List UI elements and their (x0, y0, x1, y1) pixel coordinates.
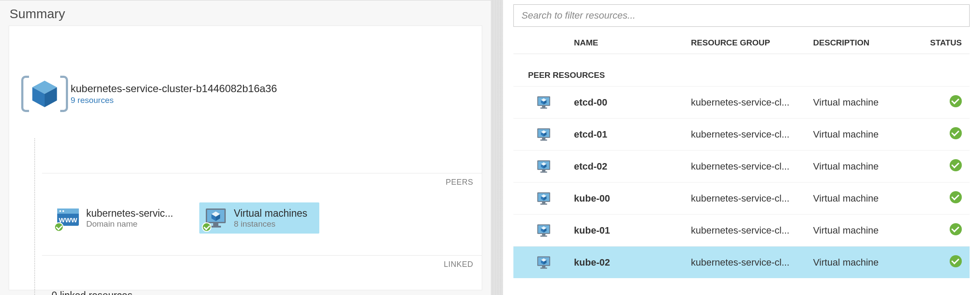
resource-list-panel: NAME RESOURCE GROUP DESCRIPTION STATUS P… (503, 0, 980, 295)
svg-rect-55 (542, 266, 545, 267)
svg-point-6 (62, 210, 64, 212)
summary-body: kubernetes-service-cluster-b1446082b16a3… (9, 26, 482, 290)
domain-name-icon: WWW (56, 206, 80, 230)
col-status[interactable]: STATUS (930, 38, 970, 48)
search-input[interactable] (513, 4, 970, 27)
svg-rect-28 (540, 139, 547, 141)
vm-card-subtitle: 8 instances (234, 219, 308, 229)
table-row[interactable]: kube-01kubernetes-service-cl...Virtual m… (513, 214, 970, 246)
svg-rect-13 (213, 223, 218, 226)
virtual-machine-icon (535, 255, 552, 270)
row-description: Virtual machine (813, 257, 930, 268)
row-name: kube-02 (574, 257, 691, 268)
summary-panel: Summary kubernetes-service-cluster-b1446… (0, 0, 491, 295)
status-ok-icon (950, 127, 962, 139)
svg-rect-41 (542, 202, 545, 203)
svg-rect-35 (540, 171, 547, 173)
col-name[interactable]: NAME (574, 38, 691, 48)
row-description: Virtual machine (813, 97, 930, 108)
row-name: kube-01 (574, 225, 691, 236)
row-description: Virtual machine (813, 129, 930, 140)
status-ok-icon (950, 191, 962, 203)
virtual-machine-icon (204, 206, 228, 230)
status-ok-icon (54, 222, 64, 232)
status-ok-icon (950, 159, 962, 171)
row-resource-group: kubernetes-service-cl... (691, 193, 813, 204)
svg-rect-34 (542, 170, 545, 171)
table-row[interactable]: kube-00kubernetes-service-cl...Virtual m… (513, 182, 970, 214)
svg-rect-21 (540, 107, 547, 109)
svg-rect-42 (540, 203, 547, 205)
row-description: Virtual machine (813, 161, 930, 172)
resource-count[interactable]: 9 resources (71, 96, 277, 105)
svg-rect-14 (211, 226, 221, 228)
cloud-service-icon (26, 76, 63, 112)
status-ok-icon (950, 223, 962, 235)
svg-point-5 (59, 210, 61, 212)
tree-connector (34, 138, 35, 295)
domain-card-title: kubernetes-servic... (86, 208, 173, 219)
row-name: kube-00 (574, 193, 691, 204)
panel-divider (491, 0, 503, 295)
resource-table: NAME RESOURCE GROUP DESCRIPTION STATUS P… (513, 35, 970, 278)
table-row[interactable]: etcd-01kubernetes-service-cl...Virtual m… (513, 118, 970, 150)
virtual-machine-icon (535, 191, 552, 206)
linked-section-label: LINKED (42, 255, 482, 273)
vm-card-title: Virtual machines (234, 208, 308, 219)
row-name: etcd-01 (574, 129, 691, 140)
table-row[interactable]: etcd-00kubernetes-service-cl...Virtual m… (513, 86, 970, 118)
summary-title: Summary (0, 0, 491, 26)
svg-rect-56 (540, 267, 547, 269)
peer-vm-card[interactable]: Virtual machines 8 instances (199, 202, 320, 234)
peer-domain-card[interactable]: WWW kubernetes-servic... Domain name (52, 202, 185, 234)
status-ok-icon (950, 255, 962, 267)
row-resource-group: kubernetes-service-cl... (691, 225, 813, 236)
row-description: Virtual machine (813, 193, 930, 204)
table-row[interactable]: kube-02kubernetes-service-cl...Virtual m… (513, 246, 970, 278)
linked-resources-text: 0 linked resources (52, 290, 133, 295)
table-header: NAME RESOURCE GROUP DESCRIPTION STATUS (513, 35, 970, 54)
row-resource-group: kubernetes-service-cl... (691, 129, 813, 140)
svg-rect-48 (542, 234, 545, 235)
svg-text:WWW: WWW (59, 216, 78, 224)
col-resource-group[interactable]: RESOURCE GROUP (691, 38, 813, 48)
table-row[interactable]: etcd-02kubernetes-service-cl...Virtual m… (513, 150, 970, 182)
row-description: Virtual machine (813, 225, 930, 236)
service-header[interactable]: kubernetes-service-cluster-b1446082b16a3… (14, 30, 477, 112)
status-ok-icon (950, 95, 962, 107)
row-resource-group: kubernetes-service-cl... (691, 161, 813, 172)
virtual-machine-icon (535, 127, 552, 142)
virtual-machine-icon (535, 95, 552, 110)
svg-rect-20 (542, 106, 545, 107)
row-name: etcd-00 (574, 97, 691, 108)
group-peer-resources: PEER RESOURCES (513, 54, 970, 86)
virtual-machine-icon (535, 159, 552, 174)
svg-rect-27 (542, 138, 545, 139)
service-name: kubernetes-service-cluster-b1446082b16a3… (71, 83, 277, 95)
virtual-machine-icon (535, 223, 552, 238)
peers-section-label: PEERS (42, 173, 482, 191)
domain-card-subtitle: Domain name (86, 219, 173, 229)
row-resource-group: kubernetes-service-cl... (691, 97, 813, 108)
svg-rect-49 (540, 235, 547, 237)
row-name: etcd-02 (574, 161, 691, 172)
status-ok-icon (202, 222, 211, 232)
col-description[interactable]: DESCRIPTION (813, 38, 930, 48)
row-resource-group: kubernetes-service-cl... (691, 257, 813, 268)
